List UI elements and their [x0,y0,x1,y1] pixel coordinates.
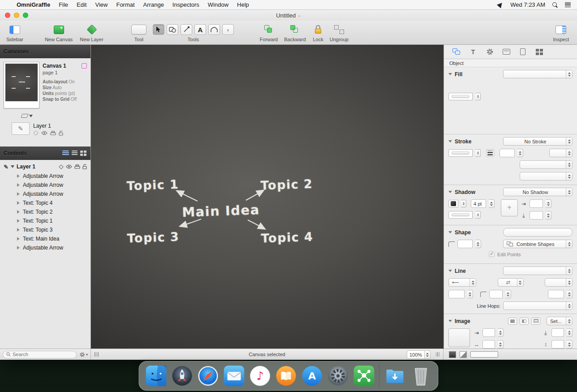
image-fill-mode-button[interactable] [508,318,517,325]
dock-trash[interactable] [410,365,432,387]
sidebar-search[interactable] [3,351,77,358]
artboard-tool-button[interactable] [208,24,220,35]
disclosure-right-icon[interactable] [17,174,20,178]
line-hops-dropdown[interactable] [503,302,573,310]
selection-tool-button[interactable] [153,24,164,35]
style-tray[interactable] [470,351,498,358]
fill-color-well[interactable] [448,93,473,100]
shape-tool-button[interactable] [167,24,178,35]
app-menu[interactable]: OmniGraffle [17,1,50,8]
menu-view[interactable]: View [95,1,108,8]
stroke-pattern-dropdown[interactable] [549,149,573,157]
fill-swatch[interactable] [449,351,456,358]
print-icon[interactable] [74,164,80,169]
line-radius-field[interactable] [489,290,503,298]
shadow-color-well[interactable] [448,200,458,207]
zoom-button[interactable] [23,13,28,18]
layer-list-item[interactable]: ✎ Layer 1 [0,121,90,140]
shadow-blur-stepper[interactable] [489,199,495,208]
shadow-opacity-stepper[interactable] [475,211,481,219]
image-y-field[interactable] [551,328,564,337]
lock-button[interactable]: Lock [313,23,323,42]
image-height-field[interactable] [551,340,564,349]
image-width-field[interactable] [482,340,495,349]
stroke-end-dropdown[interactable] [520,172,573,181]
image-y-stepper[interactable] [567,328,573,337]
stroke-corner-dropdown[interactable] [520,160,573,169]
image-x-field[interactable] [482,328,495,337]
image-thumbnail-well[interactable] [448,328,470,347]
shadow-y-field[interactable] [530,211,543,220]
tab-properties-inspector[interactable] [484,47,495,56]
line-jump-stepper[interactable] [567,290,573,298]
image-tile-mode-button[interactable] [531,318,540,325]
dock-app-store[interactable]: A [301,365,323,387]
unlocked-icon[interactable] [82,164,87,169]
tab-type-inspector[interactable]: T [468,47,478,56]
corner-radius-field[interactable] [457,240,473,248]
disclosure-right-icon[interactable] [17,210,20,214]
arrow-to-topic-1[interactable] [177,191,198,201]
line-end-arrowhead-dropdown[interactable] [545,278,573,287]
disclosure-down-icon[interactable] [11,165,14,168]
dock-safari[interactable] [198,365,219,387]
stroke-width-field[interactable] [499,149,515,157]
tab-stencils-inspector[interactable] [534,47,545,56]
inspect-button[interactable]: Inspect [553,23,569,42]
visibility-eye-icon[interactable] [66,164,72,169]
stroke-color-stepper[interactable] [475,149,481,157]
line-scale-stepper[interactable] [467,290,473,298]
spotlight-search-icon[interactable] [552,2,558,8]
tab-object-inspector[interactable] [451,47,462,56]
line-radius-stepper[interactable] [505,290,511,298]
dock-finder[interactable] [146,365,167,387]
topic-1-text[interactable]: Topic 1 [126,177,179,193]
image-width-stepper[interactable] [498,340,504,349]
shadow-color-stepper[interactable] [461,200,466,207]
disclosure-down-icon[interactable] [448,320,452,322]
zoom-stepper[interactable] [425,350,431,359]
disclosure-right-icon[interactable] [17,228,20,232]
shadow-y-stepper[interactable] [546,211,551,220]
menu-edit[interactable]: Edit [77,1,86,8]
fill-color-stepper[interactable] [475,93,481,100]
zoom-control[interactable]: 100% [407,350,431,359]
shadow-blur-field[interactable]: 4 pt [471,199,486,208]
image-x-stepper[interactable] [498,328,504,337]
splitter-grip[interactable] [95,352,99,357]
shadow-position-picker[interactable] [501,199,518,216]
dock-music[interactable]: ♪ [250,365,271,387]
topic-2-text[interactable]: Topic 2 [260,177,313,192]
more-tools-button[interactable]: › [222,24,234,35]
dock-omnigraffle[interactable] [353,365,375,387]
splitter-grip[interactable] [436,352,440,357]
canvas-thumbnail[interactable] [4,62,39,108]
layers-disclosure[interactable] [0,112,90,121]
contents-item-adjustable-arrow[interactable]: Adjustable Arrow [0,243,90,252]
canvas-name[interactable]: Canvas 1 [43,63,66,69]
arrow-to-topic-4[interactable] [248,220,265,229]
view-grid-icon[interactable] [80,151,87,156]
line-start-arrowhead-dropdown[interactable]: ⟵ [448,278,476,287]
menu-window[interactable]: Window [208,1,228,8]
backward-button[interactable]: Backward [284,23,306,42]
ungroup-button[interactable]: Ungroup [330,23,349,42]
contents-item-text-topic-3[interactable]: Text: Topic 3 [0,225,90,234]
disclosure-right-icon[interactable] [17,246,20,250]
line-scale-field[interactable] [448,290,465,298]
stroke-width-stepper[interactable] [517,149,523,157]
sidebar-action-menu[interactable]: ▾ [79,352,88,358]
search-input[interactable] [13,352,57,357]
line-type-dropdown[interactable] [503,267,573,275]
location-icon[interactable] [497,1,504,8]
contents-item-adjustable-arrow[interactable]: Adjustable Arrow [0,172,90,181]
new-layer-button[interactable]: New Layer [80,23,103,42]
forward-button[interactable]: Forward [260,23,278,42]
fill-type-dropdown[interactable] [503,70,573,78]
shape-picker-field[interactable] [503,228,573,237]
layer-name[interactable]: Layer 1 [33,123,63,129]
window-title[interactable]: Untitled ⌄ [276,12,301,19]
disclosure-down-icon[interactable] [448,191,452,193]
canvas-list-item[interactable]: Canvas 1 page 1 Auto-layout On Size Auto… [0,58,90,112]
contents-item-text-topic-2[interactable]: Text: Topic 2 [0,207,90,216]
